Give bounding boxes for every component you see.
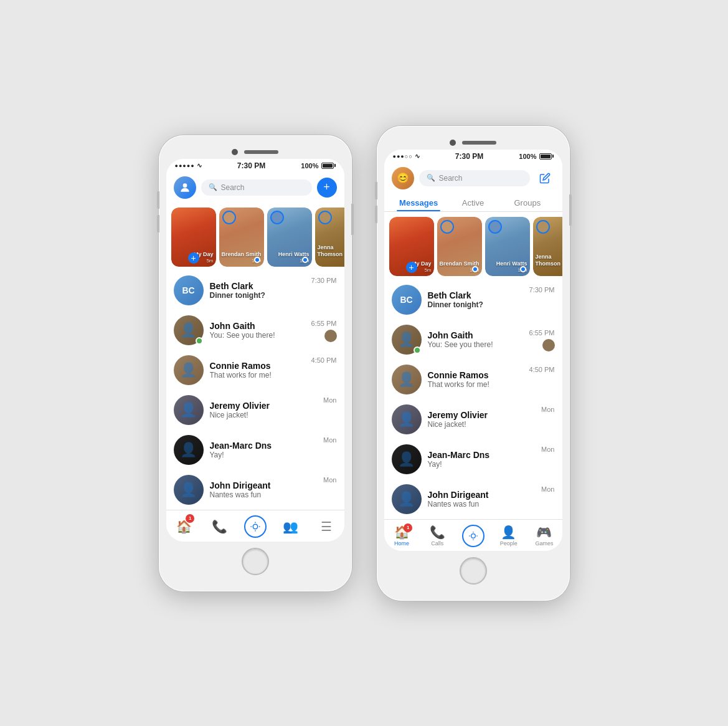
add-button-1[interactable]: + — [317, 178, 337, 198]
home-label-2: Home — [394, 540, 409, 547]
conv-item-connie-2[interactable]: 👤 Connie Ramos That works for me! 4:50 P… — [384, 360, 562, 399]
search-placeholder-1: Search — [221, 183, 245, 192]
conv-item-jeanmarc-1[interactable]: 👤 Jean-Marc Dns Yay! Mon — [166, 430, 344, 470]
avatar-jeanmarc-2: 👤 — [392, 444, 422, 474]
app-header-2: 😊 🔍 Search — [384, 162, 562, 193]
svg-point-0 — [182, 183, 187, 188]
home-button-wrap-1 — [166, 542, 344, 584]
story-my-day-1[interactable]: My Day 5m + — [171, 208, 216, 267]
avatar-jeremy-1: 👤 — [174, 395, 204, 425]
conv-item-jeanmarc-2[interactable]: 👤 Jean-Marc Dns Yay! Mon — [384, 439, 562, 479]
conv-preview-johnd-2: Nantes was fun — [428, 500, 536, 509]
user-avatar-2[interactable]: 😊 — [392, 167, 414, 189]
conv-item-john-g-2[interactable]: 👤 John Gaith You: See you there! 6:55 PM — [384, 320, 562, 360]
conv-time-johnd-1: Mon — [323, 476, 336, 484]
avatar-jeremy-2: 👤 — [392, 404, 422, 434]
tab-active-2[interactable]: Active — [446, 193, 500, 211]
conv-item-johnd-2[interactable]: 👤 John Dirigeant Nantes was fun Mon — [384, 479, 562, 519]
search-icon-2: 🔍 — [427, 174, 435, 182]
story-unread-dot-brendan-2 — [472, 266, 478, 272]
conv-name-john-g-1: John Gaith — [210, 321, 305, 331]
story-label-jenna-1: Jenna Thomson — [318, 244, 344, 258]
avatar-connie-1: 👤 — [174, 355, 204, 385]
search-bar-2[interactable]: 🔍 Search — [419, 170, 530, 186]
conv-time-jeremy-1: Mon — [323, 396, 336, 404]
conv-time-jeanmarc-2: Mon — [541, 446, 554, 453]
front-camera — [232, 149, 238, 155]
svg-point-1 — [253, 524, 258, 529]
conv-item-john-g-1[interactable]: 👤 John Gaith You: See you there! 6:55 PM — [166, 310, 344, 350]
message-thumb-1 — [324, 330, 337, 342]
conv-preview-jeanmarc-1: Yay! — [210, 451, 318, 459]
nav-home-1[interactable]: 1 🏠 — [166, 514, 202, 539]
status-right-1: 100% — [301, 162, 335, 170]
story-avatar-henri-2 — [488, 220, 502, 234]
conv-time-jeanmarc-1: Mon — [323, 436, 336, 444]
avatar-connie-2: 👤 — [392, 365, 422, 394]
signal-dots-2: ●●●○○ — [393, 153, 413, 160]
conv-item-beth-2[interactable]: BC Beth Clark Dinner tonight? 7:30 PM — [384, 280, 562, 320]
search-bar-1[interactable]: 🔍 Search — [201, 179, 312, 196]
nav-calls-1[interactable]: 📞 — [202, 514, 237, 539]
battery-icon-1 — [321, 163, 336, 169]
tab-groups-2[interactable]: Groups — [500, 193, 554, 211]
camera-button-1[interactable] — [244, 515, 267, 538]
conv-item-johnd-1[interactable]: 👤 John Dirigeant Nantes was fun Mon — [166, 470, 344, 510]
story-time-my-day-1: 5m — [206, 258, 213, 264]
conv-item-connie-1[interactable]: 👤 Connie Ramos That works for me! 4:50 P… — [166, 350, 344, 390]
conv-preview-connie-1: That works for me! — [210, 371, 305, 380]
conv-item-jeremy-2[interactable]: 👤 Jeremy Olivier Nice jacket! Mon — [384, 399, 562, 439]
edit-button-2[interactable] — [535, 168, 555, 188]
conv-body-beth-2: Beth Clark Dinner tonight? — [428, 290, 523, 309]
home-button-wrap-2 — [384, 551, 562, 593]
avatar-beth-2: BC — [392, 285, 422, 315]
story-jenna-1[interactable]: Jenna Thomson 26m — [315, 208, 344, 267]
nav-games-2[interactable]: 🎮 Games — [526, 523, 562, 548]
nav-home-2[interactable]: 1 🏠 Home — [384, 523, 420, 548]
conv-time-beth-1: 7:30 PM — [311, 277, 337, 284]
home-button-2[interactable] — [460, 557, 487, 585]
story-brendan-2[interactable]: Brendan Smith 10m — [437, 217, 482, 276]
conv-item-beth-1[interactable]: BC Beth Clark Dinner tonight? 7:30 PM — [166, 270, 344, 310]
nav-camera-1[interactable] — [237, 514, 273, 539]
avatar-jeanmarc-1: 👤 — [174, 435, 204, 465]
conv-preview-beth-1: Dinner tonight? — [210, 291, 305, 300]
search-icon-1: 🔍 — [209, 183, 217, 191]
phone-top-bar-2 — [384, 133, 562, 150]
battery-label-1: 100% — [301, 162, 318, 170]
story-brendan-1[interactable]: Brendan Smith 10m — [219, 208, 264, 267]
nav-people-2[interactable]: 👤 People — [491, 523, 526, 548]
conv-name-jeanmarc-1: Jean-Marc Dns — [210, 441, 318, 451]
search-placeholder-2: Search — [439, 174, 463, 183]
avatar-john-g-1: 👤 — [174, 315, 204, 345]
story-jenna-2[interactable]: Jenna Thomson 26m — [533, 217, 562, 276]
nav-menu-1[interactable]: ☰ — [308, 514, 344, 539]
story-henri-1[interactable]: Henri Watts 12m — [267, 208, 312, 267]
phone-1: ●●●●● ∿ 7:30 PM 100% — [159, 135, 352, 591]
power-button-2 — [569, 194, 572, 226]
conv-body-jeremy-2: Jeremy Olivier Nice jacket! — [428, 410, 536, 429]
conv-name-john-g-2: John Gaith — [428, 330, 523, 340]
user-avatar-1[interactable] — [174, 176, 196, 199]
conv-item-jeremy-1[interactable]: 👤 Jeremy Olivier Nice jacket! Mon — [166, 390, 344, 430]
tab-messages-2[interactable]: Messages — [392, 193, 446, 211]
story-my-day-2[interactable]: My Day 5m + — [389, 217, 434, 276]
nav-calls-2[interactable]: 📞 Calls — [420, 523, 455, 548]
avatar-beth-1: BC — [174, 275, 204, 305]
conv-name-johnd-1: John Dirigeant — [210, 480, 318, 490]
app-header-1: 🔍 Search + — [166, 171, 344, 203]
nav-camera-2[interactable] — [455, 523, 491, 548]
front-camera-2 — [450, 140, 456, 146]
camera-button-2[interactable] — [462, 525, 485, 547]
people-icon-1: 👥 — [283, 519, 298, 534]
conv-time-johnd-2: Mon — [541, 485, 554, 493]
nav-people-1[interactable]: 👥 — [273, 514, 308, 539]
stories-row-2: My Day 5m + Brendan Smith 10m — [384, 212, 562, 280]
story-henri-2[interactable]: Henri Watts 12m — [485, 217, 530, 276]
conv-preview-connie-2: That works for me! — [428, 380, 523, 389]
phone-screen-2: ●●●○○ ∿ 7:30 PM 100% 😊 🔍 — [384, 150, 562, 551]
home-button-1[interactable] — [242, 548, 269, 575]
phone-2: ●●●○○ ∿ 7:30 PM 100% 😊 🔍 — [377, 126, 570, 601]
conv-body-jeanmarc-1: Jean-Marc Dns Yay! — [210, 441, 318, 459]
conv-name-johnd-2: John Dirigeant — [428, 490, 536, 500]
